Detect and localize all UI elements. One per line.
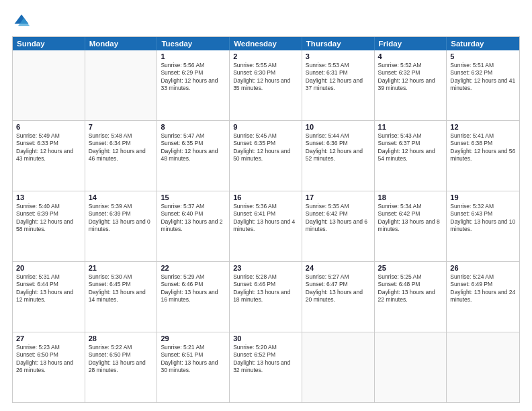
day-number: 20 <box>16 264 81 272</box>
empty-cell <box>13 50 85 120</box>
day-cell-21: 21Sunrise: 5:30 AMSunset: 6:45 PMDayligh… <box>85 262 158 332</box>
day-info: Sunrise: 5:25 AMSunset: 6:48 PMDaylight:… <box>378 273 443 304</box>
day-info: Sunrise: 5:43 AMSunset: 6:37 PMDaylight:… <box>378 132 443 163</box>
day-cell-25: 25Sunrise: 5:25 AMSunset: 6:48 PMDayligh… <box>375 262 447 332</box>
day-number: 16 <box>233 193 298 201</box>
day-number: 2 <box>233 52 298 60</box>
day-number: 26 <box>450 264 516 272</box>
header-day-monday: Monday <box>85 37 158 50</box>
day-cell-30: 30Sunrise: 5:20 AMSunset: 6:52 PMDayligh… <box>230 332 302 402</box>
day-number: 3 <box>306 52 371 60</box>
day-number: 12 <box>450 123 516 131</box>
day-cell-9: 9Sunrise: 5:45 AMSunset: 6:35 PMDaylight… <box>230 121 302 191</box>
header-day-saturday: Saturday <box>447 37 519 50</box>
day-info: Sunrise: 5:39 AMSunset: 6:39 PMDaylight:… <box>89 203 154 234</box>
day-number: 17 <box>306 193 371 201</box>
day-info: Sunrise: 5:47 AMSunset: 6:35 PMDaylight:… <box>161 132 226 163</box>
day-number: 7 <box>89 123 154 131</box>
day-info: Sunrise: 5:23 AMSunset: 6:50 PMDaylight:… <box>16 344 81 375</box>
empty-cell <box>85 50 158 120</box>
day-cell-29: 29Sunrise: 5:21 AMSunset: 6:51 PMDayligh… <box>157 332 230 402</box>
header-day-tuesday: Tuesday <box>157 37 230 50</box>
day-number: 18 <box>378 193 443 201</box>
day-number: 21 <box>89 264 154 272</box>
day-info: Sunrise: 5:22 AMSunset: 6:50 PMDaylight:… <box>89 344 154 375</box>
day-info: Sunrise: 5:28 AMSunset: 6:46 PMDaylight:… <box>233 273 298 304</box>
page: SundayMondayTuesdayWednesdayThursdayFrid… <box>0 0 532 411</box>
day-info: Sunrise: 5:36 AMSunset: 6:41 PMDaylight:… <box>233 203 298 234</box>
day-info: Sunrise: 5:35 AMSunset: 6:42 PMDaylight:… <box>306 203 371 234</box>
header-day-wednesday: Wednesday <box>230 37 302 50</box>
day-info: Sunrise: 5:20 AMSunset: 6:52 PMDaylight:… <box>233 344 298 375</box>
day-cell-18: 18Sunrise: 5:34 AMSunset: 6:42 PMDayligh… <box>375 191 447 261</box>
calendar: SundayMondayTuesdayWednesdayThursdayFrid… <box>12 36 520 403</box>
empty-cell <box>375 332 447 402</box>
day-cell-13: 13Sunrise: 5:40 AMSunset: 6:39 PMDayligh… <box>13 191 85 261</box>
top-section <box>12 12 520 31</box>
day-number: 29 <box>161 334 226 342</box>
day-info: Sunrise: 5:45 AMSunset: 6:35 PMDaylight:… <box>233 132 298 163</box>
day-cell-6: 6Sunrise: 5:49 AMSunset: 6:33 PMDaylight… <box>13 121 85 191</box>
day-number: 15 <box>161 193 226 201</box>
day-number: 13 <box>16 193 81 201</box>
day-cell-10: 10Sunrise: 5:44 AMSunset: 6:36 PMDayligh… <box>302 121 375 191</box>
day-cell-14: 14Sunrise: 5:39 AMSunset: 6:39 PMDayligh… <box>85 191 158 261</box>
day-info: Sunrise: 5:27 AMSunset: 6:47 PMDaylight:… <box>306 273 371 304</box>
day-info: Sunrise: 5:48 AMSunset: 6:34 PMDaylight:… <box>89 132 154 163</box>
day-number: 6 <box>16 123 81 131</box>
day-info: Sunrise: 5:34 AMSunset: 6:42 PMDaylight:… <box>378 203 443 234</box>
day-cell-5: 5Sunrise: 5:51 AMSunset: 6:32 PMDaylight… <box>447 50 519 120</box>
day-number: 19 <box>450 193 516 201</box>
day-cell-20: 20Sunrise: 5:31 AMSunset: 6:44 PMDayligh… <box>13 262 85 332</box>
day-info: Sunrise: 5:37 AMSunset: 6:40 PMDaylight:… <box>161 203 226 234</box>
day-cell-23: 23Sunrise: 5:28 AMSunset: 6:46 PMDayligh… <box>230 262 302 332</box>
day-number: 9 <box>233 123 298 131</box>
empty-cell <box>302 332 375 402</box>
day-cell-27: 27Sunrise: 5:23 AMSunset: 6:50 PMDayligh… <box>13 332 85 402</box>
day-number: 14 <box>89 193 154 201</box>
day-info: Sunrise: 5:31 AMSunset: 6:44 PMDaylight:… <box>16 273 81 304</box>
day-info: Sunrise: 5:49 AMSunset: 6:33 PMDaylight:… <box>16 132 81 163</box>
day-info: Sunrise: 5:24 AMSunset: 6:49 PMDaylight:… <box>450 273 516 304</box>
day-cell-16: 16Sunrise: 5:36 AMSunset: 6:41 PMDayligh… <box>230 191 302 261</box>
logo <box>12 12 34 31</box>
empty-cell <box>447 332 519 402</box>
header-day-sunday: Sunday <box>13 37 85 50</box>
day-number: 25 <box>378 264 443 272</box>
day-number: 28 <box>89 334 154 342</box>
day-info: Sunrise: 5:55 AMSunset: 6:30 PMDaylight:… <box>233 62 298 93</box>
day-number: 22 <box>161 264 226 272</box>
day-number: 24 <box>306 264 371 272</box>
day-cell-4: 4Sunrise: 5:52 AMSunset: 6:32 PMDaylight… <box>375 50 447 120</box>
day-cell-26: 26Sunrise: 5:24 AMSunset: 6:49 PMDayligh… <box>447 262 519 332</box>
day-info: Sunrise: 5:41 AMSunset: 6:38 PMDaylight:… <box>450 132 516 163</box>
calendar-row-3: 13Sunrise: 5:40 AMSunset: 6:39 PMDayligh… <box>13 191 519 262</box>
day-cell-7: 7Sunrise: 5:48 AMSunset: 6:34 PMDaylight… <box>85 121 158 191</box>
day-info: Sunrise: 5:32 AMSunset: 6:43 PMDaylight:… <box>450 203 516 234</box>
day-cell-11: 11Sunrise: 5:43 AMSunset: 6:37 PMDayligh… <box>375 121 447 191</box>
calendar-header: SundayMondayTuesdayWednesdayThursdayFrid… <box>13 37 519 50</box>
day-cell-1: 1Sunrise: 5:56 AMSunset: 6:29 PMDaylight… <box>157 50 230 120</box>
calendar-row-1: 1Sunrise: 5:56 AMSunset: 6:29 PMDaylight… <box>13 50 519 121</box>
day-info: Sunrise: 5:51 AMSunset: 6:32 PMDaylight:… <box>450 62 516 93</box>
day-cell-15: 15Sunrise: 5:37 AMSunset: 6:40 PMDayligh… <box>157 191 230 261</box>
day-number: 4 <box>378 52 443 60</box>
day-info: Sunrise: 5:29 AMSunset: 6:46 PMDaylight:… <box>161 273 226 304</box>
day-number: 10 <box>306 123 371 131</box>
day-info: Sunrise: 5:56 AMSunset: 6:29 PMDaylight:… <box>161 62 226 93</box>
day-info: Sunrise: 5:30 AMSunset: 6:45 PMDaylight:… <box>89 273 154 304</box>
day-number: 8 <box>161 123 226 131</box>
day-info: Sunrise: 5:52 AMSunset: 6:32 PMDaylight:… <box>378 62 443 93</box>
day-number: 23 <box>233 264 298 272</box>
day-cell-8: 8Sunrise: 5:47 AMSunset: 6:35 PMDaylight… <box>157 121 230 191</box>
day-info: Sunrise: 5:21 AMSunset: 6:51 PMDaylight:… <box>161 344 226 375</box>
calendar-row-4: 20Sunrise: 5:31 AMSunset: 6:44 PMDayligh… <box>13 262 519 332</box>
day-number: 5 <box>450 52 516 60</box>
calendar-row-2: 6Sunrise: 5:49 AMSunset: 6:33 PMDaylight… <box>13 121 519 191</box>
header-day-friday: Friday <box>375 37 447 50</box>
logo-icon <box>12 12 31 31</box>
day-number: 11 <box>378 123 443 131</box>
day-cell-24: 24Sunrise: 5:27 AMSunset: 6:47 PMDayligh… <box>302 262 375 332</box>
day-cell-2: 2Sunrise: 5:55 AMSunset: 6:30 PMDaylight… <box>230 50 302 120</box>
day-number: 27 <box>16 334 81 342</box>
